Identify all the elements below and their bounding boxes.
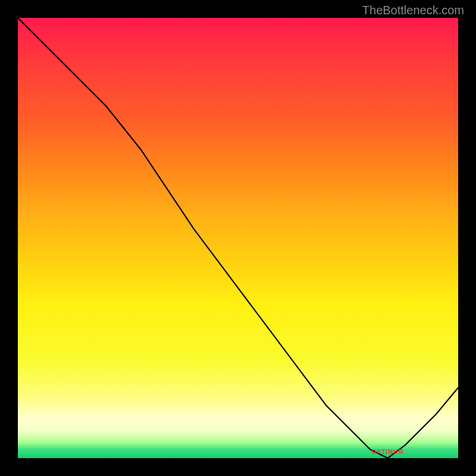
chart-plot-area: OPTIMUM [18,18,458,458]
watermark-text: TheBottleneck.com [362,4,464,17]
bottleneck-curve [18,18,458,458]
optimum-marker: OPTIMUM [371,448,403,455]
